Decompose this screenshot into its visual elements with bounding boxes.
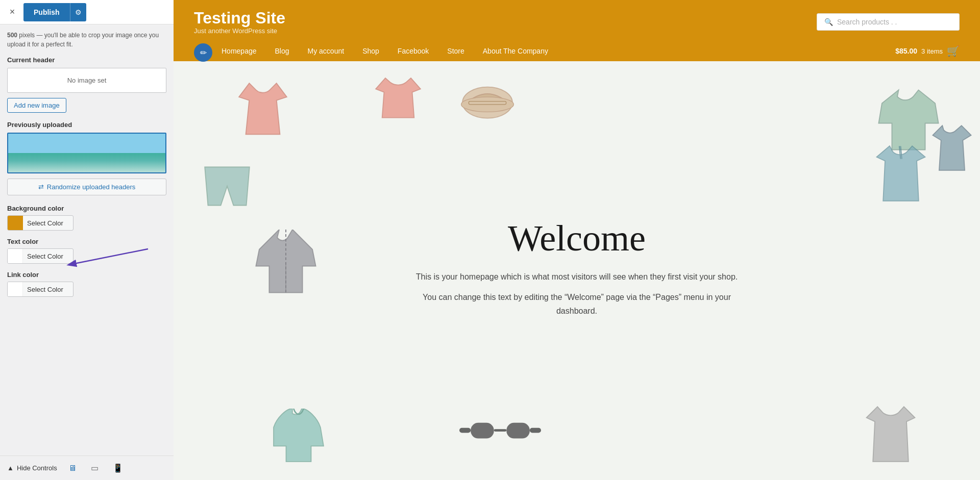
previously-uploaded-image[interactable]	[7, 133, 166, 173]
top-bar: × Publish ⚙	[0, 0, 174, 24]
customizer-panel: × Publish ⚙ 500 pixels — you'll be able …	[0, 0, 174, 480]
edit-pencil-button[interactable]: ✏	[194, 43, 212, 62]
close-button[interactable]: ×	[5, 5, 19, 19]
clothing-item-11	[863, 403, 919, 465]
welcome-title: Welcome	[413, 217, 740, 260]
link-color-button[interactable]: Select Color	[7, 282, 74, 297]
tablet-icon: ▭	[91, 464, 99, 472]
cart-area: $85.00 3 items 🛒	[895, 45, 960, 57]
svg-rect-11	[471, 423, 494, 439]
text-color-swatch	[8, 248, 23, 264]
site-title-block: Testing Site Just another WordPress site	[194, 9, 285, 35]
cart-items-label: 3 items	[921, 47, 943, 55]
desktop-icon: 🖥	[68, 464, 77, 472]
publish-group: Publish ⚙	[23, 3, 86, 21]
cart-price[interactable]: $85.00	[895, 47, 917, 55]
chevron-up-icon: ▲	[7, 464, 14, 472]
text-color-section: Text color Select Color	[7, 238, 166, 264]
clothing-item-1	[235, 77, 291, 138]
background-color-button[interactable]: Select Color	[7, 215, 74, 231]
text-color-button[interactable]: Select Color	[7, 248, 74, 264]
link-color-swatch	[8, 282, 23, 297]
clothing-item-3	[459, 77, 516, 122]
mobile-view-button[interactable]: 📱	[110, 461, 126, 475]
clothing-item-9	[273, 409, 324, 465]
background-select-label: Select Color	[23, 219, 67, 227]
tablet-view-button[interactable]: ▭	[88, 461, 102, 475]
text-color-label: Text color	[7, 238, 166, 245]
site-preview: Testing Site Just another WordPress site…	[174, 0, 980, 480]
site-header-top: Testing Site Just another WordPress site…	[194, 9, 960, 35]
link-color-label: Link color	[7, 271, 166, 279]
nav-item-blog[interactable]: Blog	[266, 41, 299, 61]
cart-icon[interactable]: 🛒	[947, 45, 960, 57]
nav-item-facebook[interactable]: Facebook	[388, 41, 438, 61]
svg-rect-9	[530, 428, 541, 433]
search-icon: 🔍	[824, 18, 833, 26]
nav-item-store[interactable]: Store	[438, 41, 473, 61]
publish-button[interactable]: Publish	[23, 3, 70, 21]
add-image-button[interactable]: Add new image	[7, 98, 66, 113]
desktop-view-button[interactable]: 🖥	[65, 462, 80, 475]
site-title: Testing Site	[194, 9, 285, 27]
gear-icon: ⚙	[75, 8, 82, 16]
background-color-label: Background color	[7, 205, 166, 212]
site-header: Testing Site Just another WordPress site…	[174, 0, 980, 61]
hide-controls-button[interactable]: ▲ Hide Controls	[7, 464, 57, 472]
svg-rect-10	[494, 429, 507, 432]
link-color-section: Link color Select Color	[7, 271, 166, 297]
nav-item-homepage[interactable]: Homepage	[212, 41, 266, 61]
current-header-label: Current header	[7, 56, 166, 64]
search-placeholder: Search products . .	[837, 18, 897, 26]
link-select-label: Select Color	[23, 286, 67, 293]
clothing-item-5	[929, 122, 975, 173]
previously-uploaded-label: Previously uploaded	[7, 121, 166, 129]
svg-rect-8	[459, 428, 471, 433]
randomize-icon: ⇄	[38, 183, 44, 191]
nav-item-myaccount[interactable]: My account	[299, 41, 354, 61]
mobile-icon: 📱	[113, 464, 123, 472]
clothing-item-2	[373, 71, 424, 122]
site-main: Welcome This is your homepage which is w…	[174, 61, 980, 480]
site-tagline: Just another WordPress site	[194, 27, 285, 35]
close-icon: ×	[10, 7, 15, 17]
clothing-item-10	[459, 414, 541, 454]
nav-item-shop[interactable]: Shop	[353, 41, 388, 61]
panel-content: 500 pixels — you'll be able to crop your…	[0, 24, 174, 456]
randomize-button[interactable]: ⇄ Randomize uploaded headers	[7, 179, 166, 195]
clothing-item-7	[255, 230, 316, 296]
no-image-box: No image set	[7, 68, 166, 93]
randomize-label: Randomize uploaded headers	[47, 183, 135, 191]
welcome-text-2: You can change this text by editing the …	[413, 290, 740, 318]
welcome-text-1: This is your homepage which is what most…	[413, 270, 740, 284]
search-box[interactable]: 🔍 Search products . .	[817, 13, 960, 31]
svg-rect-12	[506, 423, 530, 439]
background-color-section: Background color Select Color	[7, 205, 166, 231]
clothing-item-6	[202, 163, 253, 209]
text-select-label: Select Color	[23, 252, 67, 260]
bottom-bar: ▲ Hide Controls 🖥 ▭ 📱	[0, 456, 174, 480]
hide-controls-label: Hide Controls	[17, 464, 57, 472]
clothing-item-8	[873, 143, 929, 204]
nav-item-about[interactable]: About The Company	[474, 41, 557, 61]
site-nav: Homepage Blog My account Shop Facebook S…	[212, 41, 557, 61]
background-color-swatch	[8, 215, 23, 231]
welcome-section: Welcome This is your homepage which is w…	[413, 217, 740, 324]
settings-button[interactable]: ⚙	[70, 3, 86, 21]
panel-note: 500 pixels — you'll be able to crop your…	[7, 31, 166, 49]
